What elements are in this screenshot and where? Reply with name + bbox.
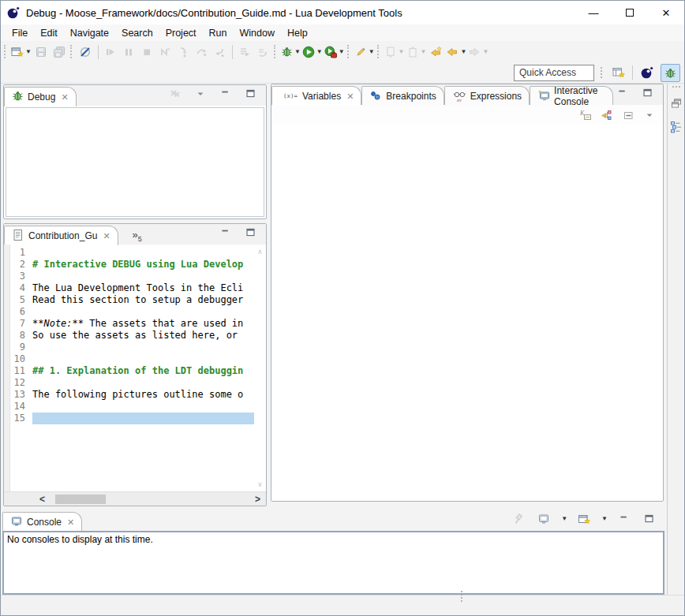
menu-window[interactable]: Window bbox=[234, 26, 281, 40]
variables-tree-area[interactable] bbox=[271, 125, 663, 501]
chevron-down-icon[interactable]: ▼ bbox=[25, 49, 32, 55]
menu-run[interactable]: Run bbox=[203, 26, 234, 40]
toolbar-drag-handle[interactable] bbox=[4, 45, 8, 58]
code-area[interactable]: 12# Interactive DEBUG using Lua Develop3… bbox=[10, 245, 254, 491]
minimize-window-button[interactable]: — bbox=[575, 1, 612, 24]
open-console-button[interactable] bbox=[575, 510, 593, 528]
toolbar-drag-handle[interactable] bbox=[274, 45, 278, 58]
quick-access-input[interactable]: Quick Access bbox=[514, 65, 594, 81]
more-editors-chevron[interactable]: »5 bbox=[118, 229, 148, 245]
lua-perspective-button[interactable] bbox=[637, 64, 657, 82]
minimize-view-button[interactable] bbox=[216, 223, 234, 241]
forward-button[interactable]: ▼ bbox=[467, 43, 489, 61]
scroll-right-icon[interactable]: > bbox=[253, 494, 263, 505]
menu-navigate[interactable]: Navigate bbox=[64, 26, 115, 40]
maximize-view-button[interactable] bbox=[241, 84, 260, 103]
minimize-view-button[interactable] bbox=[613, 84, 631, 102]
close-window-button[interactable]: ✕ bbox=[648, 1, 684, 24]
maximize-window-button[interactable] bbox=[612, 1, 648, 24]
collapse-all-button[interactable] bbox=[621, 106, 635, 124]
maximize-view-button[interactable] bbox=[638, 84, 657, 102]
debug-tree-area[interactable] bbox=[6, 107, 264, 217]
pin-console-button[interactable] bbox=[509, 510, 527, 528]
line-text[interactable] bbox=[32, 377, 254, 389]
close-icon[interactable]: ✕ bbox=[67, 517, 74, 528]
close-icon[interactable]: ✕ bbox=[346, 91, 354, 102]
maximize-view-button[interactable] bbox=[640, 510, 658, 528]
tab-variables[interactable]: (x)=Variables✕ bbox=[271, 86, 361, 106]
debug-button[interactable]: ▼ bbox=[280, 43, 301, 61]
chevron-down-icon[interactable]: ▼ bbox=[482, 49, 488, 55]
line-text[interactable] bbox=[32, 401, 254, 413]
line-text[interactable]: The Lua Development Tools in the Ecli bbox=[32, 282, 254, 294]
terminate-button[interactable] bbox=[138, 43, 156, 61]
chevron-down-icon[interactable]: ▼ bbox=[294, 49, 301, 55]
toolbar-drag-handle[interactable] bbox=[347, 45, 351, 58]
debug-perspective-button[interactable] bbox=[661, 64, 680, 82]
sash-drag-handle[interactable] bbox=[461, 591, 462, 592]
open-perspective-button[interactable] bbox=[608, 64, 628, 82]
toolbar-drag-handle[interactable] bbox=[377, 45, 381, 58]
tab-interactive-console[interactable]: Interactive Console bbox=[530, 86, 613, 106]
new-wizard-button[interactable]: ▼ bbox=[10, 43, 32, 61]
minimize-view-button[interactable] bbox=[216, 84, 234, 103]
previous-annotation-button[interactable]: ▼ bbox=[406, 43, 428, 61]
remove-terminated-button[interactable] bbox=[166, 84, 184, 103]
close-icon[interactable]: ✕ bbox=[103, 231, 110, 241]
tab-contribution-guide[interactable]: Contribution_Gu ✕ bbox=[4, 226, 118, 245]
show-logical-structures-button[interactable] bbox=[600, 106, 614, 124]
line-text[interactable] bbox=[32, 413, 254, 424]
save-all-button[interactable] bbox=[51, 43, 69, 61]
chevron-down-icon[interactable]: ▼ bbox=[369, 49, 375, 55]
editor-horizontal-scrollbar[interactable]: < > bbox=[4, 491, 266, 506]
annotation-ruler[interactable] bbox=[4, 245, 10, 491]
line-text[interactable]: The following pictures outline some o bbox=[32, 389, 254, 401]
console-output[interactable]: No consoles to display at this time. bbox=[2, 531, 664, 595]
disconnect-button[interactable] bbox=[156, 43, 174, 61]
chevron-down-icon[interactable]: ▼ bbox=[316, 49, 323, 55]
line-text[interactable]: ## 1. Explanation of the LDT debuggin bbox=[32, 365, 254, 377]
strip-drag-handle[interactable] bbox=[672, 86, 674, 88]
external-tools-button[interactable]: ▼ bbox=[324, 43, 346, 61]
save-button[interactable] bbox=[32, 43, 51, 61]
tab-console[interactable]: Console ✕ bbox=[2, 512, 82, 532]
step-over-button[interactable] bbox=[193, 43, 211, 61]
restore-view-button[interactable] bbox=[668, 95, 684, 111]
chevron-down-icon[interactable]: ▼ bbox=[460, 49, 466, 55]
suspend-button[interactable] bbox=[120, 43, 138, 61]
line-text[interactable]: Read this section to setup a debugger bbox=[32, 294, 254, 306]
line-text[interactable]: **Note:** The assets that are used in bbox=[32, 318, 254, 330]
skip-all-breakpoints-button[interactable] bbox=[77, 43, 95, 61]
open-console-menu[interactable]: ▼ bbox=[601, 516, 608, 522]
scrollbar-thumb[interactable] bbox=[55, 495, 106, 504]
step-into-button[interactable] bbox=[174, 43, 193, 61]
toolbar-drag-handle[interactable] bbox=[601, 67, 602, 69]
chevron-down-icon[interactable]: ▼ bbox=[339, 49, 345, 55]
maximize-view-button[interactable] bbox=[241, 223, 260, 241]
tab-breakpoints[interactable]: Breakpoints bbox=[361, 86, 444, 106]
tab-expressions[interactable]: xyExpressions bbox=[444, 86, 530, 106]
menu-search[interactable]: Search bbox=[115, 26, 159, 40]
menu-edit[interactable]: Edit bbox=[34, 26, 64, 40]
chevron-down-icon[interactable]: ▼ bbox=[421, 49, 427, 55]
line-text[interactable]: So use the assets as listed here, or bbox=[32, 330, 254, 342]
close-icon[interactable]: ✕ bbox=[61, 92, 68, 103]
chevron-down-icon[interactable]: ▼ bbox=[399, 49, 405, 55]
step-return-button[interactable] bbox=[211, 43, 229, 61]
toolbar-drag-handle[interactable] bbox=[70, 45, 74, 58]
display-console-button[interactable] bbox=[534, 510, 552, 528]
minimize-view-button[interactable] bbox=[615, 510, 633, 528]
run-button[interactable]: ▼ bbox=[301, 43, 324, 61]
tab-debug[interactable]: Debug ✕ bbox=[4, 87, 77, 106]
scroll-up-icon[interactable]: ∧ bbox=[258, 248, 262, 256]
step-filters-config-button[interactable] bbox=[254, 43, 272, 61]
line-text[interactable]: # Interactive DEBUG using Lua Develop bbox=[32, 259, 254, 271]
editor-vertical-scrollbar[interactable]: ∧ ∨ bbox=[254, 245, 266, 491]
show-type-names-button[interactable]: K bbox=[578, 106, 593, 124]
next-annotation-button[interactable]: ▼ bbox=[384, 43, 406, 61]
view-menu-button[interactable] bbox=[642, 106, 657, 124]
back-button[interactable]: ▼ bbox=[445, 43, 467, 61]
menu-file[interactable]: File bbox=[6, 26, 34, 40]
resume-button[interactable] bbox=[102, 43, 120, 61]
menu-help[interactable]: Help bbox=[281, 26, 314, 40]
